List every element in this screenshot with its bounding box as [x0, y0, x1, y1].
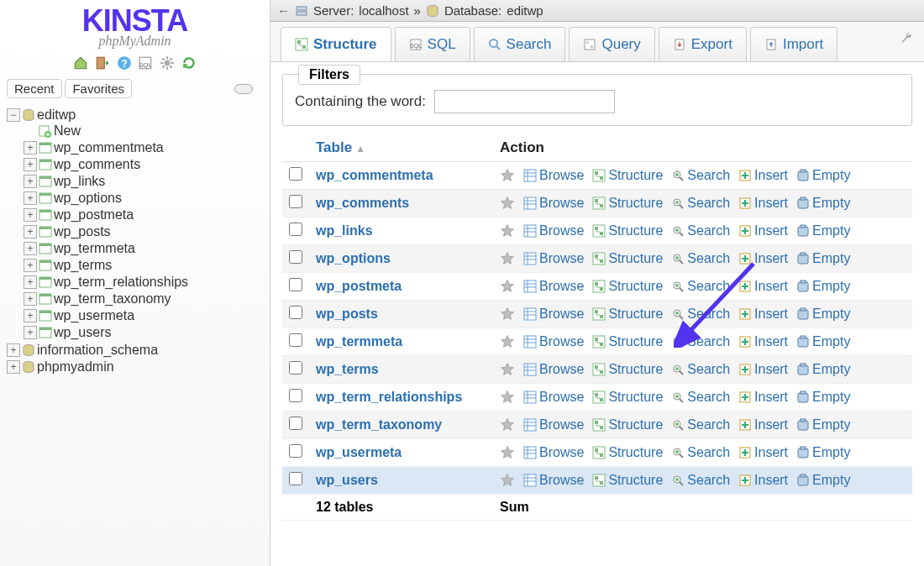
favorite-star-icon[interactable] [500, 196, 515, 211]
favorite-star-icon[interactable] [500, 362, 515, 377]
action-browse[interactable]: Browse [523, 390, 584, 405]
table-name-link[interactable]: wp_postmeta [316, 279, 402, 293]
table-name-link[interactable]: wp_term_relationships [316, 390, 462, 404]
help-icon[interactable] [117, 55, 132, 71]
table-name-link[interactable]: wp_links [316, 223, 373, 238]
tab-sql[interactable]: SQL [395, 27, 470, 61]
tree-table-wp_posts[interactable]: +wp_posts [7, 224, 266, 239]
row-checkbox[interactable] [289, 333, 302, 347]
expand-icon[interactable]: + [24, 242, 37, 255]
expand-icon[interactable]: + [24, 326, 37, 339]
action-empty[interactable]: Empty [796, 251, 850, 266]
action-search[interactable]: Search [671, 223, 730, 238]
action-insert[interactable]: Insert [738, 279, 788, 294]
expand-icon[interactable]: + [24, 141, 37, 155]
action-insert[interactable]: Insert [738, 251, 788, 266]
action-browse[interactable]: Browse [523, 334, 584, 349]
action-search[interactable]: Search [671, 473, 730, 488]
action-structure[interactable]: Structure [592, 196, 663, 211]
action-search[interactable]: Search [671, 279, 730, 294]
action-search[interactable]: Search [671, 390, 730, 405]
action-empty[interactable]: Empty [796, 307, 850, 322]
row-checkbox[interactable] [289, 223, 302, 236]
exit-icon[interactable] [95, 55, 110, 71]
action-search[interactable]: Search [671, 196, 730, 211]
tree-table-wp_options[interactable]: +wp_options [7, 191, 266, 206]
action-insert[interactable]: Insert [738, 473, 788, 488]
expand-icon[interactable]: + [24, 259, 37, 272]
tab-import[interactable]: Import [750, 27, 837, 61]
action-empty[interactable]: Empty [796, 279, 850, 294]
row-checkbox[interactable] [289, 472, 302, 485]
action-browse[interactable]: Browse [523, 279, 584, 294]
action-structure[interactable]: Structure [592, 223, 663, 238]
action-insert[interactable]: Insert [738, 417, 788, 432]
action-insert[interactable]: Insert [738, 390, 788, 405]
table-name-link[interactable]: wp_terms [316, 362, 379, 376]
row-checkbox[interactable] [289, 389, 302, 402]
expand-icon[interactable]: + [24, 309, 37, 322]
favorite-star-icon[interactable] [500, 417, 515, 432]
action-search[interactable]: Search [671, 307, 730, 322]
favorite-star-icon[interactable] [500, 445, 515, 460]
expand-icon[interactable]: + [24, 191, 37, 205]
action-search[interactable]: Search [671, 334, 730, 349]
row-checkbox[interactable] [289, 306, 302, 319]
back-arrow-icon[interactable]: ← [277, 3, 290, 18]
action-insert[interactable]: Insert [738, 168, 788, 183]
action-search[interactable]: Search [671, 417, 730, 432]
action-structure[interactable]: Structure [592, 390, 663, 405]
table-name-link[interactable]: wp_commentmeta [316, 168, 433, 182]
table-name-link[interactable]: wp_options [316, 251, 391, 265]
action-insert[interactable]: Insert [738, 223, 788, 238]
action-search[interactable]: Search [671, 445, 730, 460]
row-checkbox[interactable] [289, 195, 302, 208]
row-checkbox[interactable] [289, 167, 302, 181]
expand-icon[interactable]: + [7, 343, 20, 357]
table-name-link[interactable]: wp_comments [316, 196, 409, 210]
table-name-link[interactable]: wp_termmeta [316, 334, 402, 349]
favorite-star-icon[interactable] [500, 390, 515, 405]
favorites-tab[interactable]: Favorites [65, 79, 132, 98]
tree-db-information_schema[interactable]: +information_schema [7, 343, 266, 358]
recent-tab[interactable]: Recent [7, 79, 62, 98]
action-empty[interactable]: Empty [796, 445, 850, 460]
expand-icon[interactable]: + [24, 208, 37, 222]
favorite-star-icon[interactable] [500, 307, 515, 322]
row-checkbox[interactable] [289, 278, 302, 291]
action-browse[interactable]: Browse [523, 307, 584, 322]
action-empty[interactable]: Empty [796, 168, 850, 183]
refresh-icon[interactable] [181, 55, 197, 71]
favorite-star-icon[interactable] [500, 334, 515, 349]
action-structure[interactable]: Structure [592, 362, 663, 377]
action-structure[interactable]: Structure [592, 251, 663, 266]
tree-table-wp_term_taxonomy[interactable]: +wp_term_taxonomy [7, 291, 266, 307]
action-structure[interactable]: Structure [592, 445, 663, 460]
row-checkbox[interactable] [289, 417, 302, 430]
col-table[interactable]: Table▲ [309, 134, 493, 162]
action-browse[interactable]: Browse [523, 417, 584, 432]
action-browse[interactable]: Browse [523, 251, 584, 266]
table-name-link[interactable]: wp_usermeta [316, 445, 402, 459]
tab-more[interactable] [889, 22, 924, 61]
tree-db-phpmyadmin[interactable]: +phpmyadmin [7, 359, 266, 375]
action-browse[interactable]: Browse [523, 196, 584, 211]
row-checkbox[interactable] [289, 361, 302, 375]
tree-table-wp_commentmeta[interactable]: +wp_commentmeta [7, 140, 266, 155]
expand-icon[interactable]: + [7, 360, 20, 374]
tree-table-wp_usermeta[interactable]: +wp_usermeta [7, 308, 266, 323]
action-browse[interactable]: Browse [523, 168, 584, 183]
action-structure[interactable]: Structure [592, 473, 663, 488]
table-name-link[interactable]: wp_term_taxonomy [316, 417, 442, 432]
action-empty[interactable]: Empty [796, 417, 850, 432]
favorite-star-icon[interactable] [500, 473, 515, 488]
expand-icon[interactable]: + [24, 275, 37, 289]
settings-icon[interactable] [160, 55, 175, 71]
expand-icon[interactable]: + [24, 292, 37, 306]
action-empty[interactable]: Empty [796, 223, 850, 238]
action-structure[interactable]: Structure [592, 279, 663, 294]
favorite-star-icon[interactable] [500, 279, 515, 294]
tree-table-wp_users[interactable]: +wp_users [7, 325, 266, 340]
action-empty[interactable]: Empty [796, 334, 850, 349]
collapse-icon[interactable]: − [7, 108, 20, 122]
